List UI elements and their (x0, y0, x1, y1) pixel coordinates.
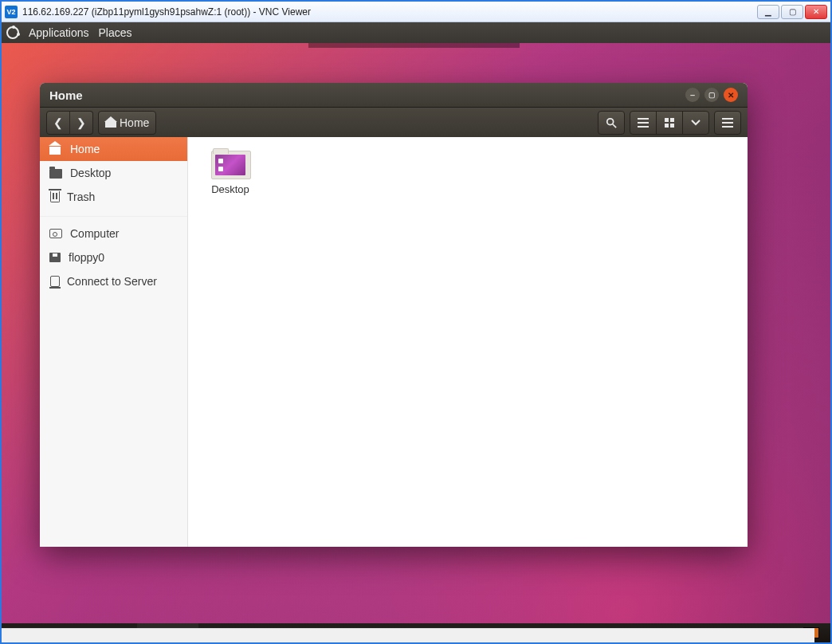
file-manager-toolbar: ❮ ❯ Home (40, 107, 748, 137)
file-manager-body: Home Desktop Trash (40, 137, 748, 547)
forward-button[interactable]: ❯ (69, 111, 93, 135)
view-options-button[interactable] (682, 111, 709, 135)
sidebar-item-computer[interactable]: Computer (40, 222, 187, 245)
fm-minimize-button[interactable] (685, 88, 700, 102)
sidebar-label: Desktop (70, 167, 111, 179)
svg-rect-2 (638, 118, 649, 120)
list-view-button[interactable] (630, 111, 657, 135)
computer-icon (49, 229, 62, 238)
close-button[interactable]: ✕ (805, 5, 827, 19)
windows-titlebar[interactable]: V2 116.62.169.227 (iZbp11pyml1gysh91psah… (2, 2, 830, 22)
grid-view-button[interactable] (656, 111, 683, 135)
applications-menu[interactable]: Applications (29, 26, 89, 39)
sidebar-label: Home (70, 143, 100, 155)
path-home-button[interactable]: Home (98, 111, 156, 135)
hamburger-icon (722, 118, 733, 128)
sidebar-label: floppy0 (69, 251, 104, 264)
places-sidebar: Home Desktop Trash (40, 137, 188, 547)
sidebar-item-desktop[interactable]: Desktop (40, 161, 187, 185)
svg-rect-8 (670, 124, 674, 128)
svg-rect-3 (638, 122, 649, 124)
svg-rect-9 (722, 118, 733, 120)
svg-rect-4 (638, 126, 649, 128)
svg-rect-5 (665, 118, 669, 122)
file-manager-title: Home (49, 88, 83, 102)
path-label: Home (120, 116, 149, 129)
minimize-button[interactable]: ▁ (757, 5, 779, 19)
sidebar-separator (40, 209, 187, 217)
fm-maximize-button[interactable] (704, 88, 719, 102)
search-button[interactable] (598, 111, 625, 135)
back-button[interactable]: ❮ (46, 111, 70, 135)
sidebar-item-home[interactable]: Home (40, 137, 187, 161)
places-menu[interactable]: Places (99, 26, 132, 39)
home-icon (49, 143, 62, 155)
horizontal-scrollbar[interactable] (2, 628, 814, 642)
svg-rect-7 (665, 124, 669, 128)
chevron-down-icon (691, 120, 701, 126)
vnc-remote-screen: Applications Places Home ❮ ❯ (2, 22, 830, 642)
server-icon (50, 276, 60, 287)
sidebar-label: Computer (70, 227, 119, 240)
trash-icon (50, 191, 60, 202)
home-icon (105, 118, 116, 128)
file-list-pane[interactable]: Desktop (188, 137, 748, 547)
grid-icon (665, 118, 674, 128)
ubuntu-logo-icon (6, 26, 19, 39)
view-switcher (630, 111, 709, 135)
maximize-button[interactable]: ▢ (781, 5, 803, 19)
svg-rect-11 (722, 126, 733, 128)
svg-rect-6 (670, 118, 674, 122)
svg-point-0 (607, 118, 614, 124)
folder-icon (49, 169, 62, 179)
list-icon (638, 118, 649, 128)
vnc-viewer-window: V2 116.62.169.227 (iZbp11pyml1gysh91psah… (0, 0, 832, 644)
search-icon (606, 117, 617, 128)
fm-close-button[interactable] (724, 88, 738, 102)
vnc-app-icon: V2 (5, 6, 18, 18)
desktop-area[interactable]: Home ❮ ❯ Home (2, 43, 830, 642)
file-manager-titlebar[interactable]: Home (40, 83, 748, 107)
folder-icon (211, 148, 249, 180)
svg-rect-10 (722, 122, 733, 124)
ubuntu-desktop[interactable]: Applications Places Home ❮ ❯ (2, 22, 830, 642)
sidebar-label: Connect to Server (67, 275, 157, 288)
sidebar-label: Trash (67, 190, 95, 203)
sidebar-item-connect-server[interactable]: Connect to Server (40, 269, 187, 293)
folder-item-desktop[interactable]: Desktop (202, 148, 258, 195)
floppy-icon (49, 253, 61, 262)
file-manager-window[interactable]: Home ❮ ❯ Home (40, 83, 748, 547)
gnome-top-menubar[interactable]: Applications Places (2, 22, 830, 43)
svg-line-1 (613, 124, 616, 127)
sidebar-item-trash[interactable]: Trash (40, 185, 187, 209)
folder-label: Desktop (211, 183, 249, 195)
hamburger-menu-button[interactable] (714, 111, 741, 135)
window-title: 116.62.169.227 (iZbp11pyml1gysh91psahwZ:… (22, 6, 757, 18)
sidebar-item-floppy[interactable]: floppy0 (40, 245, 187, 269)
